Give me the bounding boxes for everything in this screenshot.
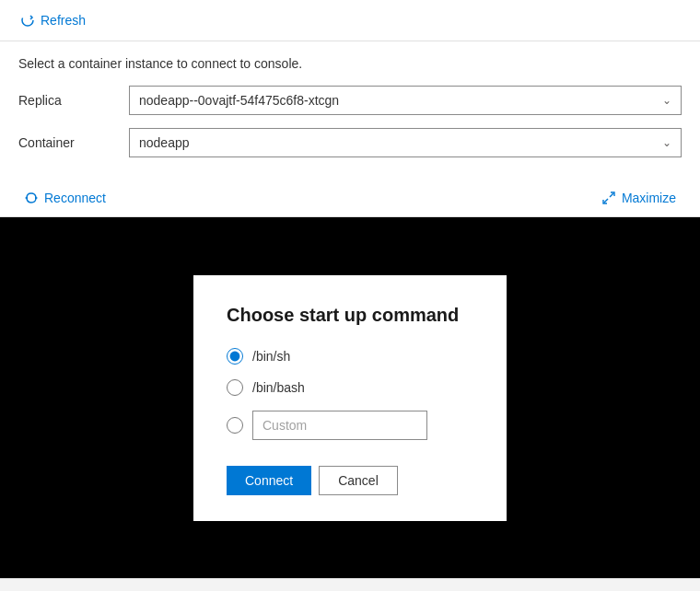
container-select[interactable]: nodeapp ⌄ <box>129 128 682 157</box>
radio-group: /bin/sh /bin/bash <box>227 348 473 440</box>
radio-label-bin-sh: /bin/sh <box>252 349 290 364</box>
maximize-icon <box>601 191 616 205</box>
custom-command-input[interactable] <box>252 411 427 440</box>
refresh-label: Refresh <box>41 13 86 28</box>
radio-bin-sh[interactable] <box>227 348 243 365</box>
radio-item-custom[interactable] <box>227 411 473 440</box>
replica-chevron-icon: ⌄ <box>662 94 671 107</box>
replica-value: nodeapp--0ovajtf-54f475c6f8-xtcgn <box>139 93 339 108</box>
maximize-button[interactable]: Maximize <box>596 187 682 209</box>
refresh-button[interactable]: Refresh <box>15 9 91 31</box>
replica-label: Replica <box>18 93 129 108</box>
form-description: Select a container instance to connect t… <box>18 56 682 71</box>
page-container: Refresh Select a container instance to c… <box>0 0 700 591</box>
modal-dialog: Choose start up command /bin/sh /bin/bas… <box>193 275 507 521</box>
cancel-button[interactable]: Cancel <box>319 466 398 495</box>
reconnect-button[interactable]: Reconnect <box>18 187 111 209</box>
modal-overlay: Choose start up command /bin/sh /bin/bas… <box>0 217 700 578</box>
refresh-icon <box>20 13 35 28</box>
connect-button[interactable]: Connect <box>227 466 311 495</box>
container-row: Container nodeapp ⌄ <box>18 128 682 157</box>
bottom-bar <box>0 578 700 591</box>
toolbar: Refresh <box>0 0 700 41</box>
svg-line-3 <box>604 199 608 203</box>
container-chevron-icon: ⌄ <box>662 136 671 149</box>
radio-item-bin-sh[interactable]: /bin/sh <box>227 348 473 365</box>
modal-title: Choose start up command <box>227 305 473 326</box>
svg-line-4 <box>610 193 613 197</box>
container-label: Container <box>18 135 129 150</box>
modal-actions: Connect Cancel <box>227 466 473 495</box>
radio-label-bin-bash: /bin/bash <box>252 380 305 395</box>
radio-item-bin-bash[interactable]: /bin/bash <box>227 379 473 396</box>
form-area: Select a container instance to connect t… <box>0 41 700 180</box>
reconnect-icon <box>24 191 39 205</box>
action-bar: Reconnect Maximize <box>0 180 700 217</box>
replica-select[interactable]: nodeapp--0ovajtf-54f475c6f8-xtcgn ⌄ <box>129 86 682 115</box>
radio-bin-bash[interactable] <box>227 379 243 396</box>
radio-custom[interactable] <box>227 417 243 434</box>
container-value: nodeapp <box>139 135 190 150</box>
replica-row: Replica nodeapp--0ovajtf-54f475c6f8-xtcg… <box>18 86 682 115</box>
console-area: Choose start up command /bin/sh /bin/bas… <box>0 217 700 578</box>
maximize-label: Maximize <box>622 191 676 205</box>
reconnect-label: Reconnect <box>44 191 106 205</box>
